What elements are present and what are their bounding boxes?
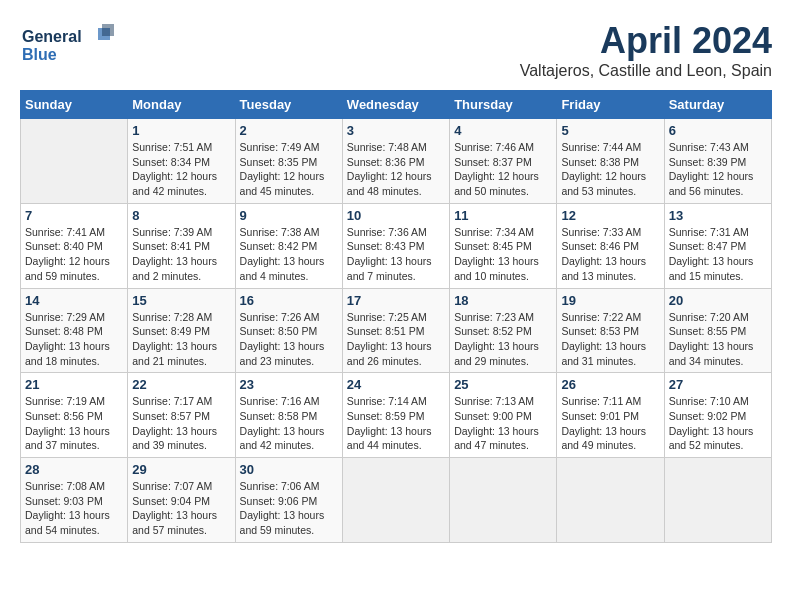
day-number: 12	[561, 208, 659, 223]
day-info: Sunrise: 7:31 AM Sunset: 8:47 PM Dayligh…	[669, 225, 767, 284]
calendar-cell: 22Sunrise: 7:17 AM Sunset: 8:57 PM Dayli…	[128, 373, 235, 458]
calendar-cell	[557, 458, 664, 543]
title-block: April 2024 Valtajeros, Castille and Leon…	[520, 20, 772, 80]
calendar-cell: 13Sunrise: 7:31 AM Sunset: 8:47 PM Dayli…	[664, 203, 771, 288]
week-row-5: 28Sunrise: 7:08 AM Sunset: 9:03 PM Dayli…	[21, 458, 772, 543]
day-info: Sunrise: 7:17 AM Sunset: 8:57 PM Dayligh…	[132, 394, 230, 453]
day-info: Sunrise: 7:20 AM Sunset: 8:55 PM Dayligh…	[669, 310, 767, 369]
day-info: Sunrise: 7:41 AM Sunset: 8:40 PM Dayligh…	[25, 225, 123, 284]
svg-text:Blue: Blue	[22, 46, 57, 63]
day-number: 29	[132, 462, 230, 477]
calendar-cell: 30Sunrise: 7:06 AM Sunset: 9:06 PM Dayli…	[235, 458, 342, 543]
day-number: 26	[561, 377, 659, 392]
calendar-cell	[342, 458, 449, 543]
day-number: 23	[240, 377, 338, 392]
day-info: Sunrise: 7:14 AM Sunset: 8:59 PM Dayligh…	[347, 394, 445, 453]
day-info: Sunrise: 7:06 AM Sunset: 9:06 PM Dayligh…	[240, 479, 338, 538]
week-row-2: 7Sunrise: 7:41 AM Sunset: 8:40 PM Daylig…	[21, 203, 772, 288]
header-sunday: Sunday	[21, 91, 128, 119]
header-wednesday: Wednesday	[342, 91, 449, 119]
day-info: Sunrise: 7:08 AM Sunset: 9:03 PM Dayligh…	[25, 479, 123, 538]
calendar-cell: 1Sunrise: 7:51 AM Sunset: 8:34 PM Daylig…	[128, 119, 235, 204]
week-row-3: 14Sunrise: 7:29 AM Sunset: 8:48 PM Dayli…	[21, 288, 772, 373]
day-number: 5	[561, 123, 659, 138]
calendar-cell	[664, 458, 771, 543]
calendar-cell	[450, 458, 557, 543]
day-number: 22	[132, 377, 230, 392]
calendar-cell: 14Sunrise: 7:29 AM Sunset: 8:48 PM Dayli…	[21, 288, 128, 373]
day-number: 1	[132, 123, 230, 138]
day-number: 2	[240, 123, 338, 138]
day-number: 6	[669, 123, 767, 138]
day-info: Sunrise: 7:13 AM Sunset: 9:00 PM Dayligh…	[454, 394, 552, 453]
calendar-cell: 19Sunrise: 7:22 AM Sunset: 8:53 PM Dayli…	[557, 288, 664, 373]
calendar-cell: 24Sunrise: 7:14 AM Sunset: 8:59 PM Dayli…	[342, 373, 449, 458]
day-info: Sunrise: 7:10 AM Sunset: 9:02 PM Dayligh…	[669, 394, 767, 453]
day-info: Sunrise: 7:19 AM Sunset: 8:56 PM Dayligh…	[25, 394, 123, 453]
day-info: Sunrise: 7:28 AM Sunset: 8:49 PM Dayligh…	[132, 310, 230, 369]
day-info: Sunrise: 7:38 AM Sunset: 8:42 PM Dayligh…	[240, 225, 338, 284]
day-info: Sunrise: 7:11 AM Sunset: 9:01 PM Dayligh…	[561, 394, 659, 453]
svg-text:General: General	[22, 28, 82, 45]
day-number: 10	[347, 208, 445, 223]
calendar-cell: 21Sunrise: 7:19 AM Sunset: 8:56 PM Dayli…	[21, 373, 128, 458]
day-info: Sunrise: 7:23 AM Sunset: 8:52 PM Dayligh…	[454, 310, 552, 369]
day-info: Sunrise: 7:48 AM Sunset: 8:36 PM Dayligh…	[347, 140, 445, 199]
calendar-cell: 18Sunrise: 7:23 AM Sunset: 8:52 PM Dayli…	[450, 288, 557, 373]
calendar-cell: 15Sunrise: 7:28 AM Sunset: 8:49 PM Dayli…	[128, 288, 235, 373]
header-tuesday: Tuesday	[235, 91, 342, 119]
day-number: 30	[240, 462, 338, 477]
day-info: Sunrise: 7:43 AM Sunset: 8:39 PM Dayligh…	[669, 140, 767, 199]
calendar-cell: 17Sunrise: 7:25 AM Sunset: 8:51 PM Dayli…	[342, 288, 449, 373]
day-info: Sunrise: 7:22 AM Sunset: 8:53 PM Dayligh…	[561, 310, 659, 369]
day-number: 21	[25, 377, 123, 392]
location-title: Valtajeros, Castille and Leon, Spain	[520, 62, 772, 80]
page-header: General Blue April 2024 Valtajeros, Cast…	[20, 20, 772, 80]
calendar-table: SundayMondayTuesdayWednesdayThursdayFrid…	[20, 90, 772, 543]
day-info: Sunrise: 7:26 AM Sunset: 8:50 PM Dayligh…	[240, 310, 338, 369]
day-number: 25	[454, 377, 552, 392]
month-title: April 2024	[520, 20, 772, 62]
day-number: 17	[347, 293, 445, 308]
calendar-cell: 10Sunrise: 7:36 AM Sunset: 8:43 PM Dayli…	[342, 203, 449, 288]
calendar-cell: 5Sunrise: 7:44 AM Sunset: 8:38 PM Daylig…	[557, 119, 664, 204]
day-info: Sunrise: 7:16 AM Sunset: 8:58 PM Dayligh…	[240, 394, 338, 453]
calendar-cell: 7Sunrise: 7:41 AM Sunset: 8:40 PM Daylig…	[21, 203, 128, 288]
calendar-cell: 9Sunrise: 7:38 AM Sunset: 8:42 PM Daylig…	[235, 203, 342, 288]
day-number: 20	[669, 293, 767, 308]
calendar-cell: 20Sunrise: 7:20 AM Sunset: 8:55 PM Dayli…	[664, 288, 771, 373]
day-number: 27	[669, 377, 767, 392]
day-number: 8	[132, 208, 230, 223]
svg-marker-3	[102, 24, 114, 36]
calendar-cell: 2Sunrise: 7:49 AM Sunset: 8:35 PM Daylig…	[235, 119, 342, 204]
header-saturday: Saturday	[664, 91, 771, 119]
day-number: 18	[454, 293, 552, 308]
week-row-1: 1Sunrise: 7:51 AM Sunset: 8:34 PM Daylig…	[21, 119, 772, 204]
day-number: 14	[25, 293, 123, 308]
calendar-cell: 27Sunrise: 7:10 AM Sunset: 9:02 PM Dayli…	[664, 373, 771, 458]
calendar-cell	[21, 119, 128, 204]
day-number: 9	[240, 208, 338, 223]
calendar-cell: 28Sunrise: 7:08 AM Sunset: 9:03 PM Dayli…	[21, 458, 128, 543]
calendar-cell: 26Sunrise: 7:11 AM Sunset: 9:01 PM Dayli…	[557, 373, 664, 458]
calendar-cell: 12Sunrise: 7:33 AM Sunset: 8:46 PM Dayli…	[557, 203, 664, 288]
day-number: 4	[454, 123, 552, 138]
week-row-4: 21Sunrise: 7:19 AM Sunset: 8:56 PM Dayli…	[21, 373, 772, 458]
day-number: 7	[25, 208, 123, 223]
day-number: 19	[561, 293, 659, 308]
day-number: 24	[347, 377, 445, 392]
day-number: 11	[454, 208, 552, 223]
day-number: 28	[25, 462, 123, 477]
day-info: Sunrise: 7:44 AM Sunset: 8:38 PM Dayligh…	[561, 140, 659, 199]
calendar-cell: 11Sunrise: 7:34 AM Sunset: 8:45 PM Dayli…	[450, 203, 557, 288]
day-info: Sunrise: 7:39 AM Sunset: 8:41 PM Dayligh…	[132, 225, 230, 284]
calendar-cell: 4Sunrise: 7:46 AM Sunset: 8:37 PM Daylig…	[450, 119, 557, 204]
day-number: 3	[347, 123, 445, 138]
day-number: 13	[669, 208, 767, 223]
calendar-cell: 29Sunrise: 7:07 AM Sunset: 9:04 PM Dayli…	[128, 458, 235, 543]
calendar-cell: 3Sunrise: 7:48 AM Sunset: 8:36 PM Daylig…	[342, 119, 449, 204]
day-info: Sunrise: 7:51 AM Sunset: 8:34 PM Dayligh…	[132, 140, 230, 199]
day-info: Sunrise: 7:36 AM Sunset: 8:43 PM Dayligh…	[347, 225, 445, 284]
day-info: Sunrise: 7:34 AM Sunset: 8:45 PM Dayligh…	[454, 225, 552, 284]
logo: General Blue	[20, 20, 120, 70]
